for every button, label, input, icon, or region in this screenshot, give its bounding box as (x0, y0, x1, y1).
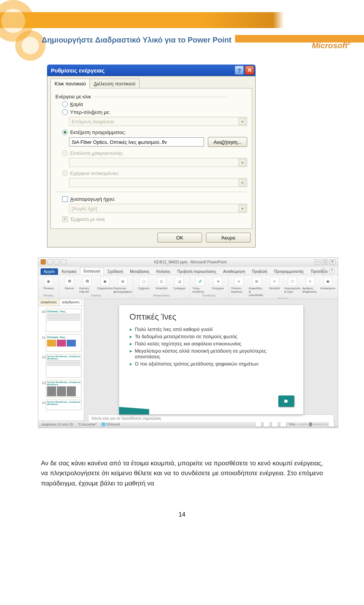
radio-icon (62, 109, 68, 115)
tab-slides[interactable]: Διαφάνειες (38, 299, 60, 306)
notes-placeholder[interactable]: Κάντε κλικ για να προσθέσετε σημειώσεις (89, 414, 333, 422)
bullet-item: Ο πιο αξιόπιστος τρόπος μετάδοσης ψηφιακ… (130, 360, 293, 367)
program-path-input[interactable]: SiA Fiber Optics, Οπτικές ίνες φωτισμού.… (69, 137, 204, 147)
hyperlink-combo: Επόμενη διαφάνεια▾ (69, 117, 247, 126)
browse-button[interactable]: Αναζήτηση... (208, 137, 247, 147)
dialog-tabs: Κλικ ποντικιού Διέλευση ποντικιού (50, 79, 252, 88)
ribbon-cmd-picture[interactable]: 🖼Εικόνα (61, 277, 77, 293)
cancel-button[interactable]: Άκυρο (206, 233, 251, 243)
save-icon[interactable] (47, 259, 53, 265)
ribbon-cmd-chart[interactable]: 📊Γράφημα (171, 277, 187, 290)
minimize-icon[interactable]: — (314, 259, 320, 265)
view-normal-icon[interactable] (255, 422, 262, 427)
quick-access-toolbar[interactable] (41, 259, 66, 265)
ribbon-tabs: Αρχείο Κεντρική Εισαγωγή Σχεδίαση Μεταβά… (38, 266, 338, 275)
ribbon-cmd-clipart[interactable]: 🖼Εικόνες Clip Art (79, 277, 95, 293)
slide-thumbnail-12[interactable]: 12Τρόποι Μετάδοσης -Ασύρματη Μετάδοση (46, 354, 82, 378)
ribbon-tab-insert[interactable]: Εισαγωγή (80, 268, 104, 275)
tab-outline[interactable]: Διάρθρωση (60, 299, 82, 306)
ribbon-cmd-headerfooter[interactable]: ▤Κεφαλίδες & υποσέλιδα (249, 277, 265, 297)
ribbon-tab-animations[interactable]: Κινήσεις (153, 268, 173, 275)
slide-thumbnail-10[interactable]: 10Οπτικές Ίνες (46, 309, 82, 332)
ribbon-cmd-datetime[interactable]: 🕐Ημερομηνία & ώρα (284, 277, 300, 297)
ok-button[interactable]: OK (157, 233, 202, 243)
ribbon-cmd-shapes[interactable]: ◯Σχήματα (136, 277, 152, 290)
status-slide-number: Διαφάνεια 10 από 25 (41, 422, 73, 426)
side-panel-tabs: Διαφάνειες Διάρθρωση ✕ (38, 299, 84, 306)
help-icon[interactable]: ? (329, 268, 335, 274)
action-settings-dialog: Ρυθμίσεις ενέργειας ? ✕ Κλικ ποντικιού Δ… (47, 65, 256, 247)
view-sorter-icon[interactable] (263, 422, 270, 427)
radio-hyperlink[interactable]: Υπερ-σύνδεση με: (55, 108, 247, 116)
ribbon-cmd-smartart[interactable]: ◫SmartArt (154, 277, 169, 290)
ribbon-cmd-album[interactable]: ▤Άλμπουμ φωτογραφιών (115, 277, 131, 293)
ribbon-cmd-action[interactable]: ★Ενέργεια (210, 277, 226, 293)
fit-to-window-icon[interactable] (328, 422, 335, 427)
ribbon-tab-file[interactable]: Αρχείο (41, 268, 58, 275)
close-icon[interactable]: ✕ (329, 259, 336, 265)
zoom-out-icon[interactable]: − (297, 422, 298, 426)
header-accent (0, 12, 364, 28)
radio-run-program[interactable]: Εκτέλεση προγράμματος: (55, 128, 247, 136)
macro-combo: ▾ (69, 158, 247, 167)
checkbox-play-sound[interactable]: Αναπαραγωγή ήχου: (55, 195, 247, 203)
sound-combo: [Χωρίς ήχο]▾ (69, 204, 247, 213)
redo-icon[interactable] (61, 259, 66, 265)
undo-icon[interactable] (54, 259, 60, 265)
zoom-slider[interactable] (300, 424, 323, 425)
bullet-item: Τα δεδομένα μετατρέπονται σε παλμούς φωτ… (130, 333, 293, 340)
bullet-item: Πολύ λεπτές ίνες από καθαρό γυαλί (130, 326, 293, 333)
status-theme: "Concourse" (78, 422, 97, 426)
document-paragraph: Αν δε σας κάνει κανένα από τα έτοιμα κου… (41, 458, 323, 488)
checkbox-icon (62, 196, 68, 202)
help-button[interactable]: ? (235, 66, 244, 75)
ribbon-cmd-slidenumber[interactable]: #Αριθμός διαφάνειας (302, 277, 318, 297)
radio-icon (62, 150, 68, 156)
sound-group: Αναπαραγωγή ήχου: [Χωρίς ήχο]▾ Έμφαση με… (55, 192, 247, 223)
dialog-titlebar[interactable]: Ρυθμίσεις ενέργειας ? ✕ (47, 65, 256, 76)
slide-editor[interactable]: Οπτικές Ίνες Πολύ λεπτές ίνες από καθαρό… (84, 299, 338, 421)
pp-workspace: Διαφάνειες Διάρθρωση ✕ 10Οπτικές Ίνες 11… (38, 299, 338, 421)
close-button[interactable]: ✕ (245, 66, 254, 75)
minimize-ribbon-icon[interactable]: ⌃ (320, 268, 326, 274)
ribbon-tab-slideshow[interactable]: Προβολή παρουσίασης (174, 268, 220, 275)
slide-thumbnail-14[interactable]: 14Τρόποι Μετάδοσης -Ασύρματη Μετάδοση (46, 400, 82, 410)
ribbon-tab-home[interactable]: Κεντρική (59, 268, 80, 275)
view-slideshow-icon[interactable] (280, 422, 287, 427)
ribbon-cmd-screenshot[interactable]: ▣Στιγμιότυπο (97, 277, 113, 293)
zoom-in-icon[interactable]: + (325, 422, 326, 426)
current-slide[interactable]: Οπτικές Ίνες Πολύ λεπτές ίνες από καθαρό… (119, 305, 303, 414)
ribbon-tab-review[interactable]: Αναθεώρηση (220, 268, 248, 275)
microsoft-logo: Microsoft (312, 41, 350, 50)
ribbon-cmd-object[interactable]: ▣Αντικείμενο (320, 277, 336, 297)
ribbon-tab-view[interactable]: Προβολή (249, 268, 270, 275)
ribbon-cmd-table[interactable]: ▦Πίνακας (41, 277, 56, 290)
page-number: 14 (0, 511, 364, 518)
slide-decoration (119, 407, 149, 414)
document-title: Δημιουργήστε Διαδραστικό Υλικό για το Po… (42, 36, 231, 44)
ribbon-tab-design[interactable]: Σχεδίαση (105, 268, 126, 275)
ribbon: ▦ΠίνακαςΠίνακες 🖼Εικόνα 🖼Εικόνες Clip Ar… (38, 275, 338, 299)
ribbon-tab-transitions[interactable]: Μεταβάσεις (127, 268, 153, 275)
video-action-button[interactable] (278, 395, 294, 407)
chevron-down-icon: ▾ (238, 179, 246, 186)
ribbon-tab-developer[interactable]: Προγραμματιστής (271, 268, 307, 275)
tab-mouse-over[interactable]: Διέλευση ποντικιού (90, 79, 140, 88)
slide-thumbnail-11[interactable]: 11Οπτικές Ίνες (46, 334, 82, 352)
ribbon-cmd-wordart[interactable]: AWordArt (267, 277, 282, 297)
tab-mouse-click[interactable]: Κλικ ποντικιού (50, 79, 90, 88)
chevron-down-icon: ▾ (238, 159, 246, 166)
chevron-down-icon: ▾ (238, 205, 246, 212)
ribbon-cmd-textbox[interactable]: AΠλαίσιο κειμένου (231, 277, 247, 297)
ribbon-cmd-hyperlink[interactable]: 🔗Υπερ-σύνδεση (192, 277, 208, 293)
tab-page: Ενέργεια με κλικ Καμία Υπερ-σύνδεση με: … (50, 88, 252, 229)
document-header: Δημιουργήστε Διαδραστικό Υλικό για το Po… (0, 0, 364, 57)
radio-icon (62, 129, 68, 135)
slide-thumbnail-13[interactable]: 13Τρόποι Μετάδοσης -Ασύρματη Μετάδοση (46, 380, 82, 397)
radio-none[interactable]: Καμία (55, 100, 247, 108)
view-reading-icon[interactable] (271, 422, 278, 427)
zoom-level: 74% (288, 422, 295, 426)
bullet-item: Μεγαλύτερο κόστος αλλά ποιοτική μετάδοση… (130, 347, 293, 360)
maximize-icon[interactable]: ▢ (322, 259, 328, 265)
status-language[interactable]: 🌐 Ελληνικά (101, 422, 120, 426)
